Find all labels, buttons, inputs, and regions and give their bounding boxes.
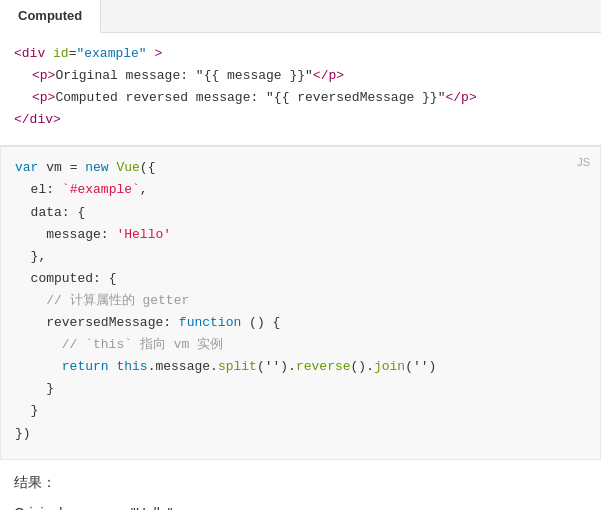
js-line-5: }, bbox=[15, 246, 586, 268]
html-line-1: <div id="example" > bbox=[14, 43, 587, 65]
js-line-4: message: 'Hello' bbox=[15, 224, 586, 246]
js-line-9: // `this` 指向 vm 实例 bbox=[15, 334, 586, 356]
js-line-6: computed: { bbox=[15, 268, 586, 290]
html-line-3: <p>Computed reversed message: "{{ revers… bbox=[14, 87, 587, 109]
html-code-block: <div id="example" > <p>Original message:… bbox=[0, 33, 601, 146]
result-item-1: Original message: "Hello" bbox=[14, 502, 587, 510]
js-line-10: return this.message.split('').reverse().… bbox=[15, 356, 586, 378]
js-code-block: JS var vm = new Vue({ el: `#example`, da… bbox=[0, 146, 601, 459]
js-line-7: // 计算属性的 getter bbox=[15, 290, 586, 312]
js-label: JS bbox=[577, 153, 590, 172]
js-line-8: reversedMessage: function () { bbox=[15, 312, 586, 334]
js-line-1: var vm = new Vue({ bbox=[15, 157, 586, 179]
js-line-12: } bbox=[15, 400, 586, 422]
js-line-3: data: { bbox=[15, 202, 586, 224]
html-line-4: </div> bbox=[14, 109, 587, 131]
html-line-2: <p>Original message: "{{ message }}"</p> bbox=[14, 65, 587, 87]
tab-bar: Computed bbox=[0, 0, 601, 33]
js-line-11: } bbox=[15, 378, 586, 400]
tab-computed[interactable]: Computed bbox=[0, 0, 101, 33]
js-line-2: el: `#example`, bbox=[15, 179, 586, 201]
js-line-13: }) bbox=[15, 423, 586, 445]
result-section: 结果： Original message: "Hello" Computed r… bbox=[0, 460, 601, 510]
result-label: 结果： bbox=[14, 474, 587, 492]
